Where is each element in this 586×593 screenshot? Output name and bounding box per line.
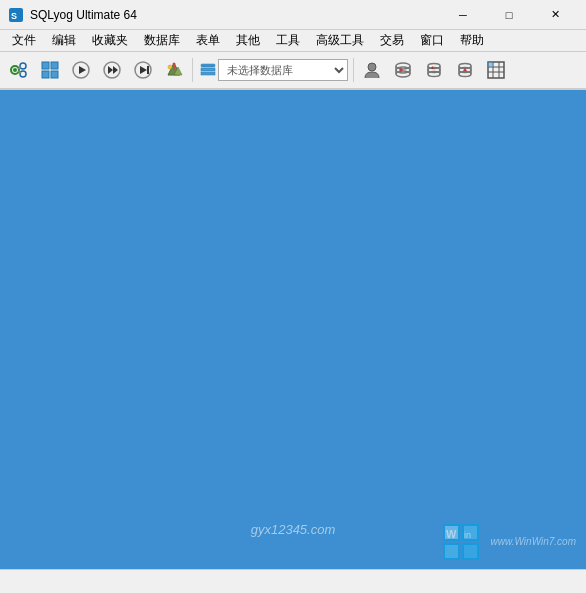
svg-text:▲: ▲ (430, 64, 435, 70)
svg-marker-13 (79, 66, 86, 74)
app-icon: S (8, 7, 24, 23)
connect-button[interactable] (4, 55, 34, 85)
database-dropdown[interactable]: 未选择数据库 (218, 59, 348, 81)
menu-other[interactable]: 其他 (228, 30, 268, 52)
toolbar: 未选择数据库 ▲ (0, 52, 586, 90)
svg-point-22 (168, 65, 172, 69)
export-button[interactable] (450, 55, 480, 85)
watermark-text: gyx12345.com (251, 522, 336, 537)
run-all-button[interactable] (97, 55, 127, 85)
svg-rect-11 (51, 71, 58, 78)
menu-transaction[interactable]: 交易 (372, 30, 412, 52)
menu-favorites[interactable]: 收藏夹 (84, 30, 136, 52)
svg-point-34 (396, 71, 410, 77)
grid-view-button[interactable] (481, 55, 511, 85)
restore-button[interactable]: □ (486, 0, 532, 30)
menu-table[interactable]: 表单 (188, 30, 228, 52)
svg-rect-10 (42, 71, 49, 78)
main-content-area: gyx12345.com W in www.WinWin7.com (0, 90, 586, 569)
svg-marker-15 (108, 66, 113, 74)
svg-point-39 (428, 72, 440, 77)
svg-point-45 (459, 72, 471, 77)
schema-sync-button[interactable] (388, 55, 418, 85)
svg-rect-27 (201, 68, 215, 71)
close-button[interactable]: ✕ (532, 0, 578, 30)
windows-logo-icon: W in (441, 522, 481, 562)
svg-text:W: W (446, 528, 457, 540)
svg-text:S: S (11, 11, 17, 21)
stop-button[interactable] (159, 55, 189, 85)
status-bar (0, 569, 586, 593)
menu-tools[interactable]: 工具 (268, 30, 308, 52)
svg-rect-9 (51, 62, 58, 69)
win-site-text: www.WinWin7.com (491, 536, 576, 547)
svg-rect-59 (445, 545, 458, 558)
run-button[interactable] (66, 55, 96, 85)
svg-marker-16 (113, 66, 118, 74)
minimize-button[interactable]: ─ (440, 0, 486, 30)
toolbar-sep-1 (192, 58, 193, 82)
menu-bar: 文件 编辑 收藏夹 数据库 表单 其他 工具 高级工具 交易 窗口 帮助 (0, 30, 586, 52)
user-management-button[interactable] (357, 55, 387, 85)
svg-rect-8 (42, 62, 49, 69)
menu-edit[interactable]: 编辑 (44, 30, 84, 52)
notification-button[interactable]: ▲ (419, 55, 449, 85)
svg-text:in: in (464, 530, 471, 540)
svg-rect-25 (201, 64, 215, 67)
svg-point-4 (20, 63, 26, 69)
svg-point-29 (368, 63, 376, 71)
db-selector-icon (198, 58, 218, 82)
svg-rect-28 (201, 72, 215, 75)
menu-help[interactable]: 帮助 (452, 30, 492, 52)
menu-advanced-tools[interactable]: 高级工具 (308, 30, 372, 52)
db-selector-container: 未选择数据库 (198, 58, 348, 82)
win-logo-area: W in www.WinWin7.com (366, 514, 586, 569)
menu-database[interactable]: 数据库 (136, 30, 188, 52)
window-controls: ─ □ ✕ (440, 0, 578, 30)
svg-point-23 (173, 63, 176, 66)
svg-rect-60 (464, 545, 477, 558)
svg-rect-52 (488, 62, 493, 67)
svg-point-3 (13, 68, 17, 72)
svg-point-5 (20, 71, 26, 77)
menu-window[interactable]: 窗口 (412, 30, 452, 52)
run-selected-button[interactable] (128, 55, 158, 85)
menu-file[interactable]: 文件 (4, 30, 44, 52)
svg-marker-18 (140, 66, 147, 74)
query-builder-button[interactable] (35, 55, 65, 85)
toolbar-sep-2 (353, 58, 354, 82)
title-bar: S SQLyog Ultimate 64 ─ □ ✕ (0, 0, 586, 30)
app-title: SQLyog Ultimate 64 (30, 8, 137, 22)
